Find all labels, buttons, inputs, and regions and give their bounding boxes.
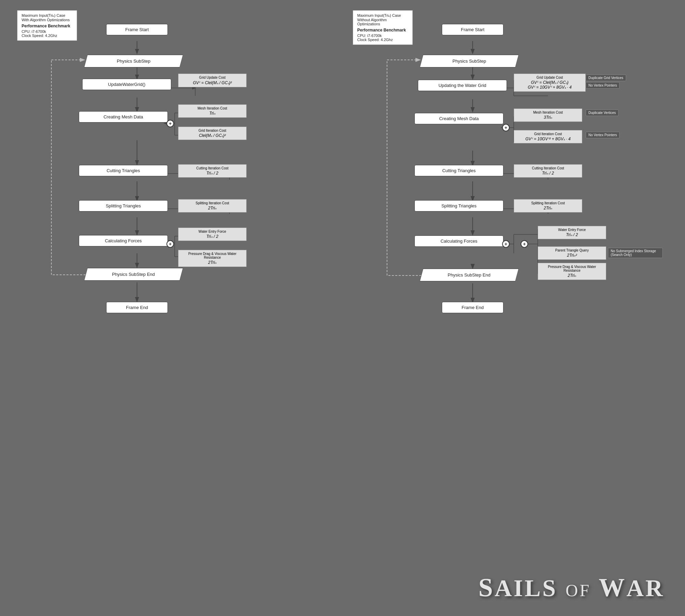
right-svg-arrows [346,7,675,589]
right-update-water-grid: Updating the Water Grid [418,80,507,91]
right-grid-update-cost: Grid Update Cost GVᶜ = Clel(Mₛ / GCₛ) GV… [514,74,586,92]
left-case-title: Maximum Input(Triₙ) Case With Algorithm … [22,13,73,22]
right-annotation-no-vertex-pointers: No Vertex Pointers [586,82,620,89]
left-grid-iteration-cost: Grid Iteration Cost Clel(Mₛ / GCₛ)² [178,127,247,140]
right-benchmark-title: Performance Benchmark [357,28,408,33]
right-frame-start: Frame Start [442,24,503,35]
right-splitting-cost: Splitting Iteration Cost 2Triₙ [514,199,582,213]
left-frame-end: Frame End [106,302,168,313]
left-mesh-cost: Mesh Iteration Cost Triₙ [178,104,247,118]
right-annotation-no-submerged: No Submerged Index Storage (Search Only) [608,248,663,258]
right-forces-plus2: + [521,240,528,248]
left-grid-update-cost: Grid Update Cost GVᶜ = Clel(Mₛ / GCₛ)² [178,74,247,87]
left-mesh-plus: + [166,120,174,127]
right-frame-end: Frame End [442,302,503,313]
right-parent-triangle-cost: Parent Triangle Query 2Triₙ² [538,246,606,260]
right-diagram: Maximum Input(Triₙ) Case Without Algorit… [346,7,675,589]
logo-container: SAILS OF WAR [478,573,664,602]
right-benchmark-cpu: CPU: i7-6700k [357,34,408,38]
right-annotation-duplicate-vertices2: Duplicate Vertices [586,110,619,116]
right-annotation-duplicate-grid: Duplicate Grid Vertices [586,75,626,81]
left-splitting-cost: Splitting Iteration Cost 2Triₙ [178,199,247,213]
right-annotation-no-vertex-pointers2: No Vertex Pointers [586,132,620,138]
right-cutting-triangles: Cutting Triangles [414,165,503,176]
left-cutting-triangles: Cutting Triangles [79,165,168,176]
right-calculating-forces: Calculating Forces [414,235,503,247]
left-pressure-drag-cost: Pressure Drag & Viscous Water Resistance… [178,250,247,267]
right-pressure-drag-cost: Pressure Drag & Viscous Water Resistance… [538,263,606,280]
left-physics-substep: Physics SubStep [84,55,183,67]
right-case-info: Maximum Input(Triₙ) Case Without Algorit… [353,10,413,45]
right-mesh-plus: + [502,124,510,131]
logo-text: SAILS OF WAR [478,573,664,602]
right-splitting-triangles: Splitting Triangles [414,200,503,211]
left-cutting-cost: Cutting Iteration Cost Triₙ / 2 [178,164,247,178]
left-forces-plus: + [166,240,174,248]
left-creating-mesh-data: Creating Mesh Data [79,111,168,123]
left-update-water-grid: UpdateWaterGrid() [82,79,171,90]
left-splitting-triangles: Splitting Triangles [79,200,168,211]
left-water-entry-cost: Water Entry Force Triₙ / 2 [178,228,247,241]
left-svg-arrows [10,7,336,589]
right-benchmark-clock: Clock Speed: 4.2Ghz [357,38,408,42]
left-benchmark-clock: Clock Speed: 4.2Ghz [22,34,73,38]
right-physics-substep: Physics SubStep [420,55,519,67]
left-benchmark-title: Performance Benchmark [22,24,73,28]
left-benchmark-cpu: CPU: i7-6700k [22,29,73,34]
right-grid-iteration-cost: Grid Iteration Cost GVᶜ = 10GVᶜ² + 8GVₛ … [514,130,582,143]
right-case-title: Maximum Input(Triₙ) Case Without Algorit… [357,13,408,26]
right-physics-substep-end: Physics SubStep End [420,269,519,281]
left-diagram: Maximum Input(Triₙ) Case With Algorithm … [10,7,336,589]
left-physics-substep-end: Physics SubStep End [84,268,183,281]
right-cutting-cost: Cutting Iteration Cost Triₙ / 2 [514,164,582,178]
right-creating-mesh-data: Creating Mesh Data [414,113,503,124]
left-calculating-forces: Calculating Forces [79,235,168,246]
right-mesh-cost: Mesh Iteration Cost 3Triₙ [514,108,582,122]
left-case-info: Maximum Input(Triₙ) Case With Algorithm … [17,10,77,41]
right-water-entry-cost: Water Entry Force Triₙ / 2 [538,226,606,239]
left-frame-start: Frame Start [106,24,168,35]
right-forces-plus1: + [502,240,510,248]
